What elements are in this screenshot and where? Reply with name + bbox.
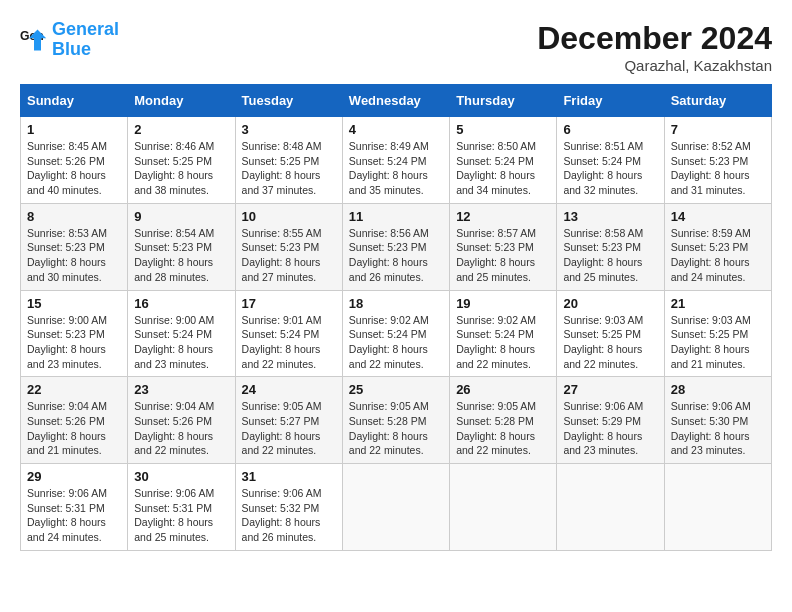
day-number: 29 <box>27 469 121 484</box>
calendar-cell: 12 Sunrise: 8:57 AMSunset: 5:23 PMDaylig… <box>450 203 557 290</box>
calendar-cell: 2 Sunrise: 8:46 AMSunset: 5:25 PMDayligh… <box>128 117 235 204</box>
calendar-cell <box>450 464 557 551</box>
day-info: Sunrise: 8:49 AMSunset: 5:24 PMDaylight:… <box>349 140 429 196</box>
day-number: 31 <box>242 469 336 484</box>
day-number: 9 <box>134 209 228 224</box>
day-info: Sunrise: 8:48 AMSunset: 5:25 PMDaylight:… <box>242 140 322 196</box>
calendar-week-row: 15 Sunrise: 9:00 AMSunset: 5:23 PMDaylig… <box>21 290 772 377</box>
calendar-cell: 6 Sunrise: 8:51 AMSunset: 5:24 PMDayligh… <box>557 117 664 204</box>
day-info: Sunrise: 8:56 AMSunset: 5:23 PMDaylight:… <box>349 227 429 283</box>
day-number: 19 <box>456 296 550 311</box>
day-number: 27 <box>563 382 657 397</box>
day-of-week-header: Saturday <box>664 85 771 117</box>
calendar-cell: 10 Sunrise: 8:55 AMSunset: 5:23 PMDaylig… <box>235 203 342 290</box>
calendar-cell: 20 Sunrise: 9:03 AMSunset: 5:25 PMDaylig… <box>557 290 664 377</box>
day-info: Sunrise: 9:01 AMSunset: 5:24 PMDaylight:… <box>242 314 322 370</box>
calendar-cell: 26 Sunrise: 9:05 AMSunset: 5:28 PMDaylig… <box>450 377 557 464</box>
calendar-cell: 1 Sunrise: 8:45 AMSunset: 5:26 PMDayligh… <box>21 117 128 204</box>
calendar-cell: 7 Sunrise: 8:52 AMSunset: 5:23 PMDayligh… <box>664 117 771 204</box>
day-of-week-header: Tuesday <box>235 85 342 117</box>
day-number: 13 <box>563 209 657 224</box>
calendar-cell: 30 Sunrise: 9:06 AMSunset: 5:31 PMDaylig… <box>128 464 235 551</box>
day-info: Sunrise: 9:02 AMSunset: 5:24 PMDaylight:… <box>456 314 536 370</box>
calendar-cell: 31 Sunrise: 9:06 AMSunset: 5:32 PMDaylig… <box>235 464 342 551</box>
day-info: Sunrise: 8:51 AMSunset: 5:24 PMDaylight:… <box>563 140 643 196</box>
calendar-cell: 8 Sunrise: 8:53 AMSunset: 5:23 PMDayligh… <box>21 203 128 290</box>
calendar-cell: 14 Sunrise: 8:59 AMSunset: 5:23 PMDaylig… <box>664 203 771 290</box>
calendar-cell <box>664 464 771 551</box>
calendar-header-row: SundayMondayTuesdayWednesdayThursdayFrid… <box>21 85 772 117</box>
calendar-cell: 23 Sunrise: 9:04 AMSunset: 5:26 PMDaylig… <box>128 377 235 464</box>
day-of-week-header: Thursday <box>450 85 557 117</box>
logo-icon: Gen <box>20 26 48 54</box>
day-number: 30 <box>134 469 228 484</box>
day-number: 14 <box>671 209 765 224</box>
logo: Gen GeneralBlue <box>20 20 119 60</box>
day-info: Sunrise: 9:00 AMSunset: 5:23 PMDaylight:… <box>27 314 107 370</box>
calendar-cell: 25 Sunrise: 9:05 AMSunset: 5:28 PMDaylig… <box>342 377 449 464</box>
month-title: December 2024 <box>537 20 772 57</box>
calendar-cell: 24 Sunrise: 9:05 AMSunset: 5:27 PMDaylig… <box>235 377 342 464</box>
day-info: Sunrise: 9:03 AMSunset: 5:25 PMDaylight:… <box>563 314 643 370</box>
day-info: Sunrise: 8:52 AMSunset: 5:23 PMDaylight:… <box>671 140 751 196</box>
page-header: Gen GeneralBlue December 2024 Qarazhal, … <box>20 20 772 74</box>
day-info: Sunrise: 9:06 AMSunset: 5:30 PMDaylight:… <box>671 400 751 456</box>
calendar-week-row: 8 Sunrise: 8:53 AMSunset: 5:23 PMDayligh… <box>21 203 772 290</box>
calendar-cell: 27 Sunrise: 9:06 AMSunset: 5:29 PMDaylig… <box>557 377 664 464</box>
day-number: 10 <box>242 209 336 224</box>
day-of-week-header: Monday <box>128 85 235 117</box>
day-number: 18 <box>349 296 443 311</box>
day-number: 17 <box>242 296 336 311</box>
day-info: Sunrise: 9:02 AMSunset: 5:24 PMDaylight:… <box>349 314 429 370</box>
calendar-table: SundayMondayTuesdayWednesdayThursdayFrid… <box>20 84 772 551</box>
calendar-cell: 29 Sunrise: 9:06 AMSunset: 5:31 PMDaylig… <box>21 464 128 551</box>
calendar-week-row: 22 Sunrise: 9:04 AMSunset: 5:26 PMDaylig… <box>21 377 772 464</box>
day-info: Sunrise: 8:55 AMSunset: 5:23 PMDaylight:… <box>242 227 322 283</box>
day-info: Sunrise: 9:04 AMSunset: 5:26 PMDaylight:… <box>27 400 107 456</box>
calendar-cell <box>557 464 664 551</box>
calendar-week-row: 29 Sunrise: 9:06 AMSunset: 5:31 PMDaylig… <box>21 464 772 551</box>
day-number: 25 <box>349 382 443 397</box>
day-number: 16 <box>134 296 228 311</box>
day-number: 28 <box>671 382 765 397</box>
calendar-cell: 28 Sunrise: 9:06 AMSunset: 5:30 PMDaylig… <box>664 377 771 464</box>
day-info: Sunrise: 9:05 AMSunset: 5:27 PMDaylight:… <box>242 400 322 456</box>
day-number: 11 <box>349 209 443 224</box>
calendar-cell: 9 Sunrise: 8:54 AMSunset: 5:23 PMDayligh… <box>128 203 235 290</box>
day-info: Sunrise: 8:58 AMSunset: 5:23 PMDaylight:… <box>563 227 643 283</box>
day-number: 15 <box>27 296 121 311</box>
calendar-cell: 19 Sunrise: 9:02 AMSunset: 5:24 PMDaylig… <box>450 290 557 377</box>
day-number: 24 <box>242 382 336 397</box>
day-number: 20 <box>563 296 657 311</box>
logo-text: GeneralBlue <box>52 20 119 60</box>
calendar-cell: 18 Sunrise: 9:02 AMSunset: 5:24 PMDaylig… <box>342 290 449 377</box>
day-number: 6 <box>563 122 657 137</box>
day-number: 26 <box>456 382 550 397</box>
day-info: Sunrise: 8:46 AMSunset: 5:25 PMDaylight:… <box>134 140 214 196</box>
day-info: Sunrise: 9:04 AMSunset: 5:26 PMDaylight:… <box>134 400 214 456</box>
calendar-cell: 11 Sunrise: 8:56 AMSunset: 5:23 PMDaylig… <box>342 203 449 290</box>
day-number: 22 <box>27 382 121 397</box>
calendar-cell <box>342 464 449 551</box>
calendar-cell: 3 Sunrise: 8:48 AMSunset: 5:25 PMDayligh… <box>235 117 342 204</box>
day-info: Sunrise: 8:57 AMSunset: 5:23 PMDaylight:… <box>456 227 536 283</box>
calendar-cell: 22 Sunrise: 9:04 AMSunset: 5:26 PMDaylig… <box>21 377 128 464</box>
day-info: Sunrise: 9:05 AMSunset: 5:28 PMDaylight:… <box>456 400 536 456</box>
calendar-week-row: 1 Sunrise: 8:45 AMSunset: 5:26 PMDayligh… <box>21 117 772 204</box>
calendar-cell: 16 Sunrise: 9:00 AMSunset: 5:24 PMDaylig… <box>128 290 235 377</box>
day-info: Sunrise: 9:03 AMSunset: 5:25 PMDaylight:… <box>671 314 751 370</box>
day-info: Sunrise: 8:50 AMSunset: 5:24 PMDaylight:… <box>456 140 536 196</box>
day-number: 7 <box>671 122 765 137</box>
day-number: 3 <box>242 122 336 137</box>
day-info: Sunrise: 9:06 AMSunset: 5:32 PMDaylight:… <box>242 487 322 543</box>
day-number: 23 <box>134 382 228 397</box>
day-number: 1 <box>27 122 121 137</box>
calendar-cell: 13 Sunrise: 8:58 AMSunset: 5:23 PMDaylig… <box>557 203 664 290</box>
day-of-week-header: Sunday <box>21 85 128 117</box>
location: Qarazhal, Kazakhstan <box>537 57 772 74</box>
calendar-cell: 4 Sunrise: 8:49 AMSunset: 5:24 PMDayligh… <box>342 117 449 204</box>
calendar-cell: 21 Sunrise: 9:03 AMSunset: 5:25 PMDaylig… <box>664 290 771 377</box>
day-of-week-header: Wednesday <box>342 85 449 117</box>
day-number: 5 <box>456 122 550 137</box>
day-info: Sunrise: 9:06 AMSunset: 5:29 PMDaylight:… <box>563 400 643 456</box>
